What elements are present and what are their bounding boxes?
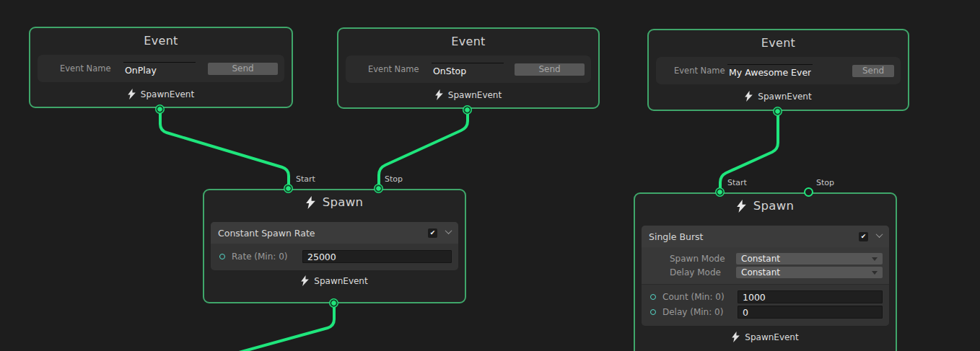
event-settings-panel: Event Name Send: [656, 57, 901, 84]
event-node-awesome[interactable]: Event Event Name Send SpawnEvent: [647, 29, 909, 111]
send-button[interactable]: Send: [515, 63, 585, 76]
edge-onplay-to-start[interactable]: [160, 110, 289, 189]
spawn-mode-label: Spawn Mode: [670, 254, 736, 264]
block-settings-section: Spawn Mode Constant Delay Mode Constant: [642, 247, 889, 284]
node-title: Spawn: [753, 199, 795, 213]
spawn-event-bolt-icon: [128, 89, 136, 99]
delay-input[interactable]: [738, 306, 883, 319]
rate-input[interactable]: [302, 250, 452, 263]
count-input[interactable]: [738, 290, 883, 303]
start-port-label: Start: [296, 174, 315, 184]
node-title: Event: [649, 30, 908, 56]
chevron-down-icon[interactable]: [445, 227, 452, 234]
vfx-graph-canvas[interactable]: Event Event Name Send SpawnEvent Event E…: [0, 0, 980, 351]
spawn-stop-port[interactable]: [804, 187, 813, 197]
single-burst-block[interactable]: Single Burst ✔ Spawn Mode Constant Delay…: [642, 226, 889, 326]
edge-spawn-output-down[interactable]: [239, 303, 334, 351]
send-button[interactable]: Send: [208, 63, 278, 75]
spawn-mode-dropdown[interactable]: Constant: [736, 253, 883, 265]
event-name-label: Event Name: [368, 64, 432, 74]
spawn-event-bolt-icon: [745, 91, 753, 102]
chevron-down-icon[interactable]: [876, 231, 883, 238]
count-label: Count (Min: 0): [662, 292, 738, 302]
output-port-label: SpawnEvent: [758, 92, 811, 102]
event-settings-panel: Event Name Send: [346, 55, 591, 83]
spawn-start-port[interactable]: [715, 187, 725, 197]
block-fields-section: Count (Min: 0) Delay (Min: 0): [642, 284, 889, 326]
rate-label: Rate (Min: 0): [232, 252, 302, 262]
event-node-onplay[interactable]: Event Event Name Send SpawnEvent: [29, 27, 293, 108]
spawn-output-port[interactable]: [329, 298, 338, 308]
delay-mode-dropdown[interactable]: Constant: [736, 267, 883, 278]
block-header[interactable]: Constant Spawn Rate ✔: [211, 222, 458, 244]
block-title: Single Burst: [649, 231, 703, 242]
float-port-icon[interactable]: [650, 309, 656, 315]
output-port-label: SpawnEvent: [314, 276, 367, 286]
spawn-start-port[interactable]: [284, 184, 293, 193]
block-header[interactable]: Single Burst ✔: [642, 226, 889, 247]
event-name-label: Event Name: [674, 66, 727, 76]
event-output-port[interactable]: [155, 105, 165, 114]
output-port-label: SpawnEvent: [141, 89, 194, 99]
float-port-icon[interactable]: [219, 254, 225, 259]
block-enabled-checkbox[interactable]: ✔: [428, 228, 437, 238]
event-output-port[interactable]: [463, 105, 472, 115]
output-port-label: SpawnEvent: [448, 90, 502, 100]
event-name-input[interactable]: [432, 63, 504, 76]
delay-mode-label: Delay Mode: [670, 267, 736, 277]
start-port-label: Start: [727, 178, 747, 187]
event-name-label: Event Name: [60, 63, 123, 74]
dropdown-arrow-icon: [872, 271, 878, 275]
event-name-input[interactable]: [123, 62, 196, 76]
dropdown-value: Constant: [741, 267, 780, 277]
spawn-stop-port[interactable]: [374, 184, 383, 193]
output-port-label: SpawnEvent: [745, 332, 798, 342]
constant-spawn-rate-block[interactable]: Constant Spawn Rate ✔ Rate (Min: 0): [211, 222, 458, 270]
spawn-context-bolt-icon: [306, 196, 315, 209]
dropdown-value: Constant: [741, 254, 780, 264]
event-settings-panel: Event Name Send: [38, 55, 284, 82]
stop-port-label: Stop: [816, 178, 834, 187]
node-title: Spawn: [323, 195, 364, 209]
block-title: Constant Spawn Rate: [218, 228, 315, 239]
node-title: Event: [338, 29, 598, 55]
spawn-event-bolt-icon: [301, 275, 309, 286]
stop-port-label: Stop: [385, 174, 403, 184]
delay-label: Delay (Min: 0): [662, 307, 738, 317]
spawn-context-bolt-icon: [737, 200, 746, 213]
spawn-node-single-burst[interactable]: Spawn Single Burst ✔ Spawn Mode Constant: [634, 192, 897, 351]
spawn-event-bolt-icon: [435, 89, 443, 100]
event-output-port[interactable]: [773, 107, 782, 116]
dropdown-arrow-icon: [872, 257, 878, 261]
event-name-input[interactable]: [727, 64, 813, 78]
send-button[interactable]: Send: [852, 65, 894, 77]
block-enabled-checkbox[interactable]: ✔: [859, 232, 868, 241]
spawn-event-bolt-icon: [732, 332, 740, 342]
float-port-icon[interactable]: [650, 294, 656, 300]
node-title: Event: [30, 28, 292, 54]
spawn-node-constant[interactable]: Spawn Constant Spawn Rate ✔ Rate (Min: 0…: [203, 189, 466, 303]
event-node-onstop[interactable]: Event Event Name Send SpawnEvent: [337, 27, 600, 109]
